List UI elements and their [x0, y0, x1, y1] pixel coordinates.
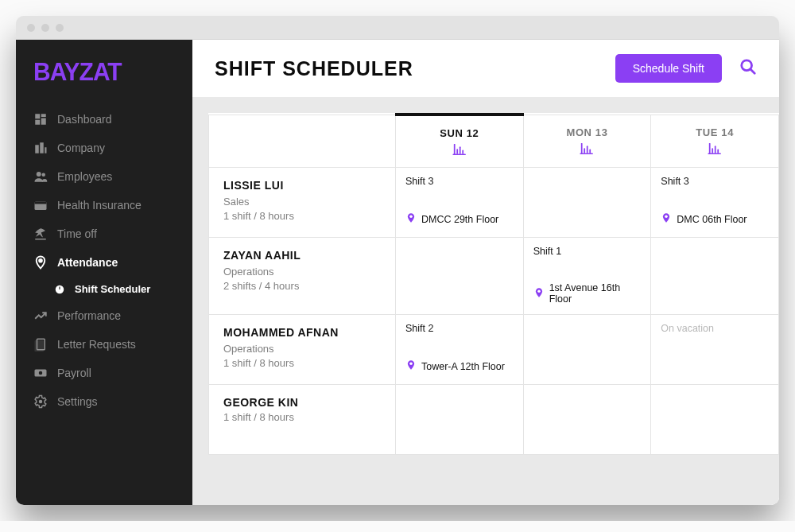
cell-note: On vacation: [661, 323, 769, 334]
schedule-cell[interactable]: [651, 385, 779, 455]
shift-location: 1st Avenue 16th Floor: [549, 282, 642, 305]
svg-point-12: [39, 259, 42, 262]
svg-rect-5: [40, 142, 44, 153]
employee-stat: 1 shift / 8 hours: [223, 357, 381, 369]
svg-rect-10: [35, 202, 47, 204]
window-chrome: [16, 16, 779, 40]
svg-rect-15: [35, 341, 43, 352]
bar-chart-icon: [529, 143, 646, 157]
sidebar-item-label: Time off: [57, 227, 97, 240]
dashboard-icon: [33, 112, 48, 126]
schedule-cell[interactable]: [651, 238, 779, 315]
shift-name: Shift 1: [533, 246, 642, 257]
schedule-cell[interactable]: Shift 2Tower-A 12th Floor: [396, 315, 524, 385]
attendance-icon: [33, 255, 48, 270]
employee-department: Operations: [223, 266, 381, 278]
sidebar-item-settings[interactable]: Settings: [16, 387, 192, 416]
day-header[interactable]: MON 13: [523, 115, 651, 168]
sidebar-item-payroll[interactable]: Payroll: [16, 359, 192, 387]
day-header[interactable]: SUN 12: [396, 115, 524, 168]
sidebar-item-label: Shift Scheduler: [75, 283, 150, 295]
clock-icon: [52, 284, 67, 295]
employee-name: MOHAMMED AFNAN: [223, 326, 381, 339]
shift-location: DMCC 29th Floor: [421, 214, 498, 225]
employee-cell[interactable]: MOHAMMED AFNANOperations1 shift / 8 hour…: [209, 315, 396, 385]
health-icon: [33, 198, 48, 212]
timeoff-icon: [33, 227, 48, 241]
day-label: SUN 12: [401, 127, 518, 139]
window-dot-icon: [56, 24, 64, 32]
day-label: TUE 14: [656, 126, 774, 138]
schedule-cell[interactable]: [523, 168, 651, 238]
svg-rect-0: [35, 114, 40, 118]
sidebar-item-letter-requests[interactable]: Letter Requests: [16, 330, 192, 359]
employee-cell[interactable]: LISSIE LUISales1 shift / 8 hours: [209, 168, 396, 238]
location-pin-icon: [533, 287, 545, 301]
sidebar-item-time-off[interactable]: Time off: [16, 219, 192, 248]
shift-name: Shift 3: [405, 176, 514, 187]
company-icon: [33, 141, 48, 155]
employee-cell[interactable]: ZAYAN AAHILOperations2 shifts / 4 hours: [209, 238, 396, 315]
employee-department: Sales: [223, 196, 381, 208]
search-icon[interactable]: [739, 58, 757, 79]
sidebar-item-attendance[interactable]: Attendance: [16, 248, 192, 277]
shift-location: Tower-A 12th Floor: [421, 361, 505, 372]
schedule-cell[interactable]: On vacation: [651, 315, 779, 385]
svg-point-37: [665, 216, 669, 219]
nav-list: DashboardCompanyEmployeesHealth Insuranc…: [16, 102, 192, 419]
schedule-cell[interactable]: [396, 238, 524, 315]
employee-stat: 2 shifts / 4 hours: [223, 280, 381, 292]
shift-location: DMC 06th Floor: [677, 214, 747, 225]
employee-column-header: [209, 115, 396, 168]
day-header[interactable]: TUE 14: [651, 115, 779, 168]
performance-icon: [33, 309, 48, 323]
sidebar-item-label: Settings: [57, 395, 98, 408]
day-label: MON 13: [529, 126, 646, 138]
payroll-icon: [33, 366, 48, 380]
svg-rect-1: [41, 114, 46, 117]
svg-point-36: [409, 216, 413, 219]
employees-icon: [33, 169, 48, 184]
sidebar-item-label: Health Insurance: [57, 199, 142, 212]
schedule-cell[interactable]: [523, 385, 651, 455]
svg-line-20: [750, 69, 754, 73]
schedule-cell[interactable]: Shift 11st Avenue 16th Floor: [523, 238, 651, 315]
bar-chart-icon: [401, 144, 518, 157]
table-row: GEORGE KIN1 shift / 8 hours: [209, 385, 779, 455]
sidebar-item-dashboard[interactable]: Dashboard: [16, 105, 192, 134]
employee-name: LISSIE LUI: [223, 179, 381, 192]
svg-point-18: [39, 400, 43, 404]
shift-name: Shift 3: [661, 176, 769, 187]
sidebar-item-company[interactable]: Company: [16, 134, 192, 162]
svg-rect-3: [35, 120, 40, 125]
employee-stat: 1 shift / 8 hours: [223, 210, 381, 222]
schedule-content: SUN 12MON 13TUE 14 LISSIE LUISales1 shif…: [192, 97, 779, 455]
brand-logo: BAYZAT: [16, 53, 192, 103]
shift-name: Shift 2: [405, 323, 514, 334]
app-window: BAYZAT DashboardCompanyEmployeesHealth I…: [16, 16, 779, 505]
sidebar-item-employees[interactable]: Employees: [16, 162, 192, 191]
bar-chart-icon: [656, 143, 774, 157]
window-dot-icon: [27, 24, 35, 32]
sidebar-subitem-shift-scheduler[interactable]: Shift Scheduler: [16, 277, 192, 301]
sidebar-item-label: Dashboard: [57, 113, 112, 126]
sidebar-item-performance[interactable]: Performance: [16, 301, 192, 330]
schedule-cell[interactable]: [523, 315, 651, 385]
schedule-cell[interactable]: [396, 385, 524, 455]
sidebar-item-label: Performance: [57, 309, 121, 322]
schedule-cell[interactable]: Shift 3DMC 06th Floor: [651, 168, 779, 238]
svg-point-7: [37, 172, 41, 177]
sidebar-item-health-insurance[interactable]: Health Insurance: [16, 191, 192, 219]
schedule-cell[interactable]: Shift 3DMCC 29th Floor: [396, 168, 524, 238]
svg-point-38: [537, 289, 541, 293]
location-pin-icon: [661, 212, 672, 226]
employee-name: GEORGE KIN: [223, 396, 381, 409]
sidebar-item-label: Attendance: [57, 256, 118, 269]
window-dot-icon: [41, 24, 49, 32]
svg-point-8: [42, 173, 46, 177]
employee-cell[interactable]: GEORGE KIN1 shift / 8 hours: [209, 385, 396, 455]
location-pin-icon: [405, 212, 417, 226]
sidebar-item-label: Employees: [57, 170, 112, 183]
main-area: SHIFT SCHEDULER Schedule Shift SUN 12MON…: [192, 40, 779, 505]
schedule-shift-button[interactable]: Schedule Shift: [615, 54, 722, 83]
